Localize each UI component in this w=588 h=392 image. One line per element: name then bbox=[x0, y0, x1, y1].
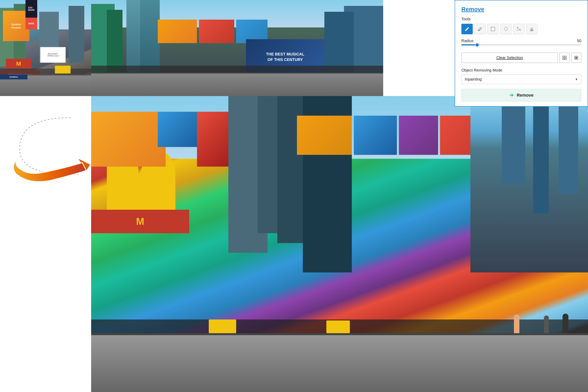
svg-rect-9 bbox=[576, 57, 577, 58]
dropdown-value: Inpainting bbox=[465, 77, 482, 82]
svg-rect-5 bbox=[565, 56, 566, 57]
stamp-tool[interactable] bbox=[526, 24, 538, 34]
select-all-button[interactable] bbox=[560, 53, 570, 63]
radius-label: Radius bbox=[462, 38, 474, 43]
eraser-tool[interactable] bbox=[474, 24, 486, 34]
svg-rect-4 bbox=[563, 56, 564, 57]
main-image: THE BEST MUSICALOF THIS CENTURY bbox=[91, 0, 383, 96]
clear-selection-row: Clear Selection bbox=[462, 52, 581, 63]
dropdown-arrow-icon: ▼ bbox=[575, 78, 578, 81]
remove-button-label: Remove bbox=[517, 93, 534, 98]
brush-tool[interactable] bbox=[462, 24, 473, 34]
radius-row: Radius 50 bbox=[462, 38, 581, 43]
radius-slider-track bbox=[462, 44, 581, 46]
radius-value: 50 bbox=[577, 38, 581, 43]
remove-button[interactable]: ➜ Remove bbox=[462, 89, 581, 102]
mode-dropdown[interactable]: Inpainting ▼ bbox=[462, 74, 581, 84]
tools-row bbox=[462, 24, 581, 34]
svg-rect-7 bbox=[565, 58, 566, 60]
invert-selection-button[interactable] bbox=[571, 53, 581, 63]
magic-wand-tool[interactable] bbox=[513, 24, 524, 34]
svg-rect-6 bbox=[563, 58, 564, 60]
lasso-tool[interactable] bbox=[500, 24, 512, 34]
panel-title: Remove bbox=[462, 6, 581, 12]
remove-panel: Remove Tools bbox=[455, 0, 588, 106]
remove-arrow-icon: ➜ bbox=[509, 92, 514, 98]
after-image: M bbox=[91, 96, 588, 392]
tools-label: Tools bbox=[462, 17, 581, 21]
object-mode-label: Object Removing Mode bbox=[462, 68, 581, 72]
arrow-graphic bbox=[4, 114, 90, 184]
clear-selection-button[interactable]: Clear Selection bbox=[462, 52, 558, 63]
svg-rect-1 bbox=[491, 27, 495, 31]
rect-select-tool[interactable] bbox=[487, 24, 498, 34]
svg-rect-3 bbox=[530, 30, 533, 31]
